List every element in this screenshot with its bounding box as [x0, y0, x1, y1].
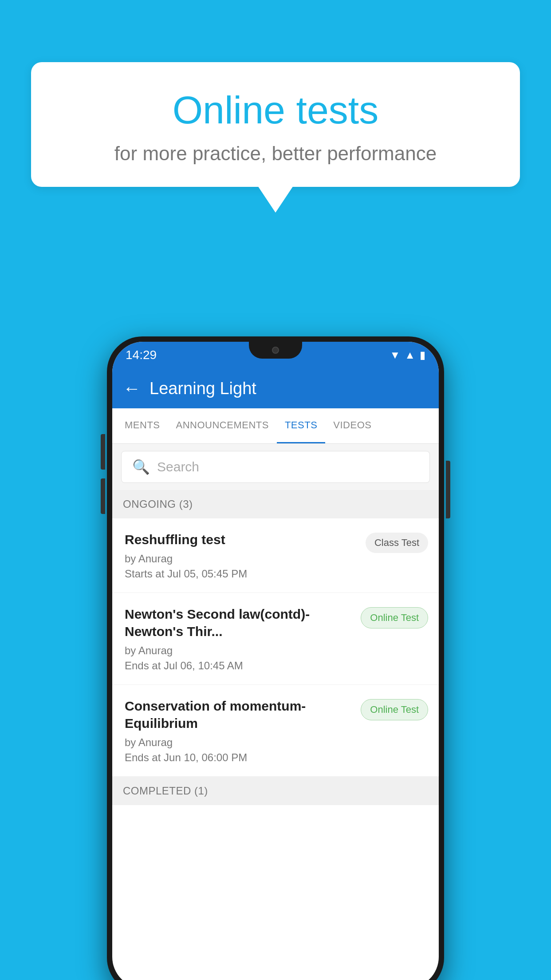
- status-bar: 14:29 ▼ ▲ ▮: [112, 342, 439, 368]
- speech-bubble: Online tests for more practice, better p…: [31, 62, 520, 187]
- test-item-3[interactable]: Conservation of momentum-Equilibrium by …: [112, 685, 439, 777]
- test-date-2: Ends at Jul 06, 10:45 AM: [125, 660, 352, 672]
- search-bar-container: 🔍 Search: [112, 444, 439, 490]
- phone-screen: 14:29 ▼ ▲ ▮ ← Learning Light MENTS ANNOU…: [112, 342, 439, 980]
- test-name-2: Newton's Second law(contd)-Newton's Thir…: [125, 605, 352, 640]
- volume-up-button: [101, 434, 105, 470]
- status-time: 14:29: [126, 348, 157, 362]
- test-name-1: Reshuffling test: [125, 531, 357, 548]
- test-info-2: Newton's Second law(contd)-Newton's Thir…: [125, 605, 361, 672]
- battery-icon: ▮: [420, 349, 425, 361]
- ongoing-section-header: ONGOING (3): [112, 490, 439, 518]
- bubble-subtitle: for more practice, better performance: [58, 142, 493, 165]
- test-badge-2: Online Test: [361, 607, 428, 628]
- back-button[interactable]: ←: [123, 379, 141, 399]
- test-date-3: Ends at Jun 10, 06:00 PM: [125, 751, 352, 764]
- wifi-icon: ▼: [390, 349, 400, 361]
- test-item-2[interactable]: Newton's Second law(contd)-Newton's Thir…: [112, 593, 439, 685]
- test-badge-1: Class Test: [366, 533, 428, 553]
- test-badge-3: Online Test: [361, 699, 428, 720]
- completed-section-header: COMPLETED (1): [112, 777, 439, 805]
- test-date-1: Starts at Jul 05, 05:45 PM: [125, 568, 357, 580]
- tab-announcements[interactable]: ANNOUNCEMENTS: [168, 408, 277, 443]
- app-bar-title: Learning Light: [150, 379, 256, 398]
- tabs-container: MENTS ANNOUNCEMENTS TESTS VIDEOS: [112, 408, 439, 444]
- tab-videos[interactable]: VIDEOS: [325, 408, 379, 443]
- search-placeholder: Search: [157, 459, 199, 474]
- volume-down-button: [101, 478, 105, 514]
- test-author-1: by Anurag: [125, 553, 357, 565]
- test-info-1: Reshuffling test by Anurag Starts at Jul…: [125, 531, 366, 580]
- speech-bubble-container: Online tests for more practice, better p…: [31, 62, 520, 213]
- bubble-tail: [258, 186, 293, 213]
- status-icons: ▼ ▲ ▮: [390, 349, 425, 361]
- tab-ments[interactable]: MENTS: [117, 408, 168, 443]
- test-author-3: by Anurag: [125, 736, 352, 749]
- search-bar[interactable]: 🔍 Search: [121, 451, 430, 483]
- test-info-3: Conservation of momentum-Equilibrium by …: [125, 697, 361, 764]
- phone-frame: 14:29 ▼ ▲ ▮ ← Learning Light MENTS ANNOU…: [107, 336, 444, 980]
- signal-icon: ▲: [405, 349, 415, 361]
- camera: [272, 347, 279, 354]
- bubble-title: Online tests: [58, 89, 493, 132]
- app-bar: ← Learning Light: [112, 368, 439, 408]
- search-icon: 🔍: [132, 458, 150, 475]
- test-item-1[interactable]: Reshuffling test by Anurag Starts at Jul…: [112, 518, 439, 593]
- test-name-3: Conservation of momentum-Equilibrium: [125, 697, 352, 732]
- power-button: [446, 461, 450, 518]
- test-author-2: by Anurag: [125, 644, 352, 657]
- tab-tests[interactable]: TESTS: [277, 408, 325, 443]
- notch: [249, 342, 302, 359]
